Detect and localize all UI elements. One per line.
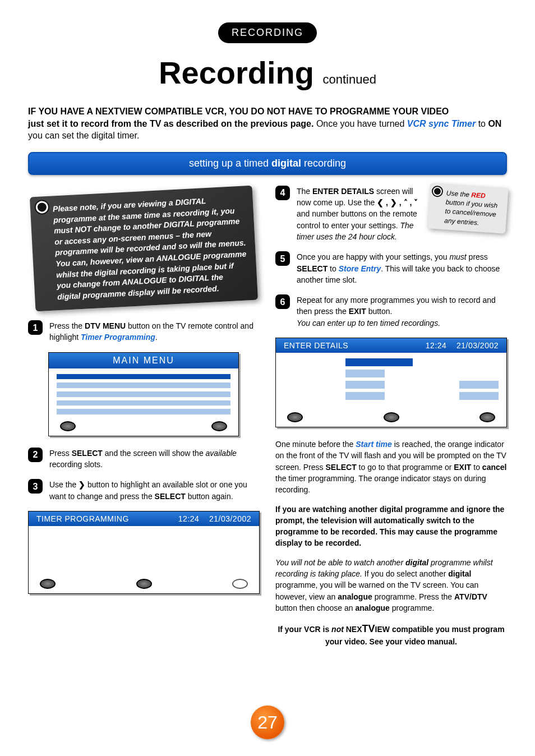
- p1i: the timer programming. The orange indica…: [275, 474, 486, 494]
- main-menu-title: MAIN MENU: [49, 353, 238, 368]
- page-title: Recording continued: [28, 54, 507, 91]
- s5-a: Once you are happy with your settings, y…: [297, 252, 449, 261]
- s2-d: available: [206, 449, 237, 458]
- s6-c: button.: [366, 307, 393, 316]
- detail-field: [345, 392, 385, 400]
- note-card: Please note, if you are viewing a DIGITA…: [30, 186, 258, 312]
- s1-d: Timer Programming: [81, 333, 155, 342]
- s2-c: and the screen will show the: [103, 449, 206, 458]
- enter-details-screen: ENTER DETAILS 12:24 21/03/2002: [275, 338, 507, 427]
- step-3: 3 Use the ❯ button to highlight an avail…: [28, 479, 260, 502]
- step-number: 2: [28, 448, 43, 462]
- enter-details-date: 21/03/2002: [456, 341, 499, 350]
- section-header-a: setting up a timed: [189, 158, 271, 169]
- p1a: One minute before the: [275, 440, 356, 449]
- detail-field: [345, 370, 385, 377]
- p4d: TV: [362, 623, 375, 634]
- p1g: to: [471, 463, 482, 472]
- title-continued: continued: [323, 72, 376, 86]
- menu-row: [57, 374, 230, 380]
- timer-prog-time: 12:24: [178, 514, 200, 523]
- screen-foot-button: [136, 579, 152, 589]
- p4b: not: [331, 625, 344, 634]
- s2-b: SELECT: [72, 449, 103, 458]
- step-number: 6: [275, 294, 290, 309]
- p3a: You will not be able to watch another: [275, 558, 405, 567]
- screen-foot-button: [384, 412, 399, 422]
- p1d: SELECT: [325, 463, 356, 472]
- s6-d: You can enter up to ten timed recordings…: [297, 319, 440, 328]
- intro-line2a: just set it to record from the TV as des…: [28, 119, 313, 128]
- p1h: cancel: [482, 463, 507, 472]
- note-text: Please note, if you are viewing a DIGITA…: [53, 196, 247, 301]
- p4c: NEX: [346, 625, 362, 634]
- screen-foot-button: [40, 579, 56, 589]
- nextview-brand: NEXTVIEW: [346, 625, 390, 634]
- p3d: If you do select another: [362, 569, 448, 578]
- s4-d: and number buttons on the remote control…: [297, 209, 417, 229]
- s2-e: recording slots.: [49, 460, 103, 469]
- timer-prog-title: TIMER PROGRAMMING: [36, 514, 129, 523]
- step-number: 3: [28, 479, 43, 494]
- s5-c: press: [467, 252, 488, 261]
- s5-d: SELECT: [297, 264, 328, 273]
- step-5: 5 Once you are happy with your settings,…: [275, 251, 507, 285]
- section-ribbon: RECORDING: [218, 22, 317, 43]
- p3h: programme. Press the: [372, 592, 454, 601]
- page-number: 27: [251, 706, 284, 739]
- down-arrow-icon: ❯: [79, 480, 85, 489]
- step-number: 1: [28, 320, 43, 335]
- intro-on: ON: [488, 119, 501, 128]
- intro-line2f: you can set the digital timer.: [28, 131, 139, 140]
- p1b: Start time: [356, 440, 392, 449]
- detail-field: [459, 392, 499, 400]
- intro-paragraph: IF YOU HAVE A NEXTVIEW COMPATIBLE VCR, Y…: [28, 105, 507, 142]
- screen-foot-button: [211, 421, 227, 431]
- tip-a: Use the: [446, 189, 472, 199]
- p4a: If your VCR is: [278, 625, 331, 634]
- screen-foot-button: [60, 421, 76, 431]
- timer-prog-date: 21/03/2002: [209, 514, 251, 523]
- arrow-icons: ❮ , ❯ , ˄ , ˅: [377, 198, 418, 207]
- menu-row: [57, 409, 230, 414]
- p1f: EXIT: [454, 463, 471, 472]
- p4e: IEW: [375, 625, 390, 634]
- screen-foot-button: [287, 412, 303, 422]
- menu-row: [57, 400, 230, 406]
- section-header: setting up a timed digital recording: [28, 152, 507, 175]
- screen-foot-button: [479, 412, 495, 422]
- intro-line2b: Once you have turned: [313, 119, 407, 128]
- s3-c: SELECT: [155, 492, 186, 501]
- menu-row: [57, 382, 230, 388]
- s5-b: must: [449, 252, 466, 261]
- s6-b: EXIT: [349, 307, 366, 316]
- p3g: analogue: [338, 592, 372, 601]
- s2-a: Press: [49, 449, 72, 458]
- p1e: to go to that programme or: [357, 463, 454, 472]
- step-4: 4 Use the RED button if you wish to canc…: [275, 186, 507, 242]
- detail-field: [345, 358, 413, 366]
- extra-p4: If your VCR is not NEXTVIEW compatible y…: [275, 621, 507, 647]
- extra-p3: You will not be able to watch another di…: [275, 557, 507, 614]
- s3-d: button again.: [186, 492, 233, 501]
- tip-card: Use the RED button if you wish to cancel…: [427, 183, 508, 233]
- s5-e: to: [328, 264, 338, 273]
- p3k: analogue: [355, 603, 389, 612]
- timer-programming-screen: TIMER PROGRAMMING 12:24 21/03/2002: [28, 511, 260, 594]
- step-1: 1 Press the DTV MENU button on the TV re…: [28, 320, 260, 343]
- tip-red: RED: [471, 191, 486, 200]
- enter-details-title: ENTER DETAILS: [284, 341, 348, 350]
- p3j: button then choose an: [275, 603, 355, 612]
- step-number: 5: [275, 251, 290, 266]
- section-header-b: digital: [271, 158, 301, 169]
- screen-foot-button: [232, 579, 248, 589]
- s3-a: Use the: [49, 480, 79, 489]
- title-main: Recording: [159, 55, 314, 90]
- extra-p2: If you are watching another digital prog…: [275, 504, 507, 549]
- s1-b: DTV MENU: [85, 321, 126, 330]
- s6-a: Repeat for any more programmes you wish …: [297, 296, 496, 316]
- p3i: ATV/DTV: [454, 592, 487, 601]
- s4-b: ENTER DETAILS: [312, 187, 374, 196]
- tip-c: button if you wish to cancel/remove any …: [444, 198, 498, 227]
- s1-e: .: [155, 333, 158, 342]
